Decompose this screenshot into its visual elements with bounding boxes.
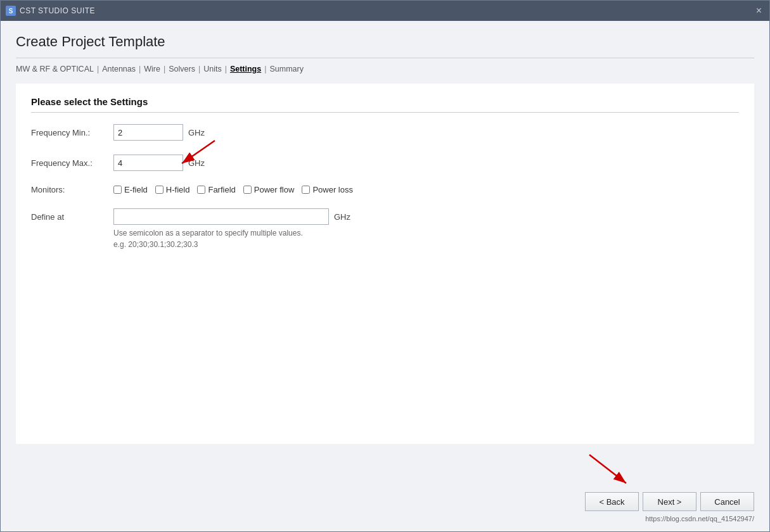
breadcrumb-item-units[interactable]: Units xyxy=(203,65,221,73)
efield-checkbox[interactable] xyxy=(113,186,122,194)
footer-area: < Back Next > Cancel https://blog.csdn.n… xyxy=(1,444,769,531)
breadcrumb-sep-4: | xyxy=(198,65,200,73)
define-inner: Define at GHz xyxy=(31,208,739,225)
breadcrumb-item-solvers[interactable]: Solvers xyxy=(169,65,195,73)
powerloss-label: Power loss xyxy=(312,185,353,194)
freq-min-label: Frequency Min.: xyxy=(31,128,113,137)
define-hint: Use semicolon as a separator to specify … xyxy=(113,227,739,250)
title-divider xyxy=(16,58,754,58)
powerflow-checkbox-item[interactable]: Power flow xyxy=(243,185,295,194)
freq-max-unit: GHz xyxy=(188,158,205,168)
section-divider xyxy=(31,112,739,113)
cancel-button[interactable]: Cancel xyxy=(700,492,754,511)
farfield-label: Farfield xyxy=(208,185,235,194)
powerloss-checkbox-item[interactable]: Power loss xyxy=(302,185,353,194)
app-icon: S xyxy=(6,6,16,16)
breadcrumb-item-wire[interactable]: Wire xyxy=(144,65,160,73)
define-unit: GHz xyxy=(334,212,350,222)
farfield-checkbox[interactable] xyxy=(197,186,205,194)
monitors-label: Monitors: xyxy=(31,185,113,194)
define-input[interactable] xyxy=(113,208,329,225)
arrow-next-container xyxy=(16,452,754,490)
breadcrumb-item-antennas[interactable]: Antennas xyxy=(102,65,136,73)
page-title: Create Project Template xyxy=(16,34,754,50)
footer-buttons: < Back Next > Cancel xyxy=(16,492,754,511)
footer-url: https://blog.csdn.net/qq_41542947/ xyxy=(16,515,754,522)
freq-max-row: Frequency Max.: GHz xyxy=(31,155,739,171)
efield-label: E-field xyxy=(124,185,148,194)
main-window: S CST STUDIO SUITE × Create Project Temp… xyxy=(0,0,770,532)
svg-line-3 xyxy=(589,455,626,483)
monitors-row: Monitors: E-field H-field Farfield xyxy=(31,185,739,194)
farfield-checkbox-item[interactable]: Farfield xyxy=(197,185,235,194)
form-area: Please select the Settings Frequency Min… xyxy=(16,84,754,444)
arrow-next-icon xyxy=(577,452,653,490)
powerloss-checkbox[interactable] xyxy=(302,186,310,194)
next-button[interactable]: Next > xyxy=(643,492,696,511)
titlebar: S CST STUDIO SUITE × xyxy=(1,1,769,21)
hfield-label: H-field xyxy=(166,185,190,194)
define-row: Define at GHz Use semicolon as a separat… xyxy=(31,208,739,250)
breadcrumb-item-mw[interactable]: MW & RF & OPTICAL xyxy=(16,65,94,73)
section-title: Please select the Settings xyxy=(31,96,739,107)
powerflow-label: Power flow xyxy=(254,185,295,194)
freq-min-input[interactable] xyxy=(113,124,183,141)
titlebar-title: CST STUDIO SUITE xyxy=(20,6,95,15)
freq-min-row: Frequency Min.: GHz xyxy=(31,124,739,141)
define-hint-line2: e.g. 20;30;30.1;30.2;30.3 xyxy=(113,239,739,250)
breadcrumb-item-summary[interactable]: Summary xyxy=(269,65,303,73)
back-button[interactable]: < Back xyxy=(585,492,639,511)
breadcrumb-sep-3: | xyxy=(164,65,165,73)
powerflow-checkbox[interactable] xyxy=(243,186,252,194)
breadcrumb-sep-1: | xyxy=(97,65,99,73)
define-hint-line1: Use semicolon as a separator to specify … xyxy=(113,227,739,239)
hfield-checkbox[interactable] xyxy=(155,186,164,194)
breadcrumb-item-settings[interactable]: Settings xyxy=(230,65,261,73)
breadcrumb-sep-2: | xyxy=(139,65,141,73)
monitors-options: E-field H-field Farfield Power flow xyxy=(113,185,353,194)
breadcrumb-sep-6: | xyxy=(264,65,266,73)
content-area: Create Project Template MW & RF & OPTICA… xyxy=(1,21,769,444)
define-label: Define at xyxy=(31,212,113,222)
titlebar-left: S CST STUDIO SUITE xyxy=(6,6,95,16)
breadcrumb: MW & RF & OPTICAL | Antennas | Wire | So… xyxy=(16,65,754,73)
breadcrumb-sep-5: | xyxy=(225,65,227,73)
efield-checkbox-item[interactable]: E-field xyxy=(113,185,148,194)
freq-max-label: Frequency Max.: xyxy=(31,158,113,168)
hfield-checkbox-item[interactable]: H-field xyxy=(155,185,190,194)
freq-min-unit: GHz xyxy=(188,128,205,137)
freq-max-input[interactable] xyxy=(113,155,183,171)
close-button[interactable]: × xyxy=(754,4,764,18)
